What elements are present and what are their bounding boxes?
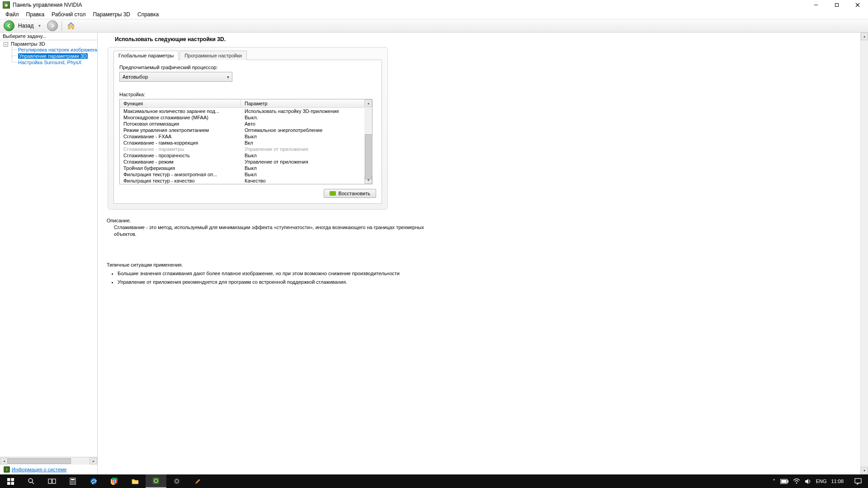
settings-cell-function: Сглаживание - параметры [120, 146, 241, 152]
settings-row[interactable]: Сглаживание - режимУправление от приложе… [120, 159, 372, 165]
tray-language[interactable]: ENG [816, 479, 827, 484]
battery-icon[interactable] [780, 479, 788, 484]
settings-row[interactable]: Режим управления электропитаниемОптималь… [120, 127, 372, 133]
tree-toggle[interactable]: − [4, 42, 8, 47]
menu-file[interactable]: Файл [2, 10, 23, 19]
sidebar-task-label: Выберите задачу... [0, 33, 97, 40]
settings-row[interactable]: Сглаживание - параметрыУправление от при… [120, 146, 372, 152]
sidebar: Выберите задачу... − Параметры 3D Регули… [0, 33, 98, 474]
menu-params3d[interactable]: Параметры 3D [89, 10, 134, 19]
volume-icon[interactable] [805, 479, 811, 484]
close-button[interactable] [847, 0, 868, 10]
taskbar-app-obs[interactable] [166, 474, 187, 488]
settings-table-header: Функция Параметр [120, 99, 372, 108]
settings-row[interactable]: Тройная буферизацияВыкл [120, 165, 372, 171]
taskbar-app-calc[interactable] [62, 474, 83, 488]
home-button[interactable] [66, 20, 76, 31]
toolbar: Назад ▼ [0, 19, 868, 33]
back-label: Назад [18, 23, 33, 29]
settings-row[interactable]: Многокадровое сглаживание (MFAA)Выкл. [120, 114, 372, 121]
settings-cell-parameter: Выкл [241, 153, 372, 158]
svg-rect-6 [7, 482, 10, 485]
settings-row[interactable]: Сглаживание - FXAAВыкл [120, 133, 372, 140]
table-vscrollbar[interactable]: ▴ ▾ [364, 99, 372, 184]
settings-cell-function: Режим управления электропитанием [120, 127, 241, 133]
settings-panel: Глобальные параметры Программные настрой… [108, 47, 388, 210]
table-scroll-thumb[interactable] [365, 134, 372, 179]
taskbar-app-explorer[interactable] [125, 474, 146, 488]
settings-cell-function: Сглаживание - прозрачность [120, 153, 241, 158]
tree-item-surround-physx[interactable]: Настройка Surround, PhysX [12, 59, 97, 66]
content-scroll-down[interactable]: ▾ [861, 467, 868, 474]
menu-desktop[interactable]: Рабочий стол [48, 10, 89, 19]
svg-rect-13 [71, 479, 75, 480]
tree-item-manage-3d[interactable]: Управление параметрами 3D [12, 53, 97, 59]
taskbar-app-edge[interactable] [83, 474, 104, 488]
content-vscrollbar[interactable]: ▴ ▾ [860, 33, 868, 474]
gpu-combobox[interactable]: Автовыбор [119, 72, 232, 82]
tab-program[interactable]: Программные настройки [179, 51, 247, 60]
settings-table: Функция Параметр Максимальное количество… [119, 99, 373, 184]
settings-row[interactable]: Фильтрация текстур - анизотропная оп...В… [120, 171, 372, 178]
svg-line-9 [32, 482, 34, 484]
brush-icon [194, 478, 201, 485]
menu-edit[interactable]: Правка [23, 10, 48, 19]
settings-cell-function: Фильтрация текстур - анизотропная оп... [120, 172, 241, 177]
back-history-dropdown[interactable]: ▼ [36, 24, 42, 28]
search-button[interactable] [21, 474, 42, 488]
sidebar-hscrollbar[interactable]: ◂ ▸ [0, 457, 97, 465]
forward-button[interactable] [47, 20, 58, 31]
tree-root-label[interactable]: Параметры 3D [11, 41, 45, 47]
col-function[interactable]: Функция [120, 99, 241, 108]
settings-cell-parameter: Качество [241, 178, 372, 183]
taskview-button[interactable] [42, 474, 62, 488]
settings-cell-function: Сглаживание - режим [120, 159, 241, 164]
settings-row[interactable]: Сглаживание - прозрачностьВыкл [120, 152, 372, 159]
settings-rows: Максимальное количество заранее под...Ис… [120, 108, 372, 184]
restore-button[interactable]: Восстановить [324, 189, 376, 198]
table-scroll-track[interactable] [364, 107, 372, 176]
menubar: Файл Правка Рабочий стол Параметры 3D Сп… [0, 10, 868, 19]
notifications-button[interactable] [851, 474, 865, 488]
app-icon: ◉ [3, 1, 10, 9]
hscroll-track[interactable] [8, 458, 90, 465]
info-icon: i [4, 466, 10, 473]
col-parameter[interactable]: Параметр [241, 99, 372, 108]
tray-expand-icon[interactable]: ˄ [773, 478, 776, 485]
settings-cell-parameter: Управление от приложения [241, 146, 372, 152]
taskbar-app-chrome[interactable] [104, 474, 125, 488]
settings-label: Настройка: [119, 92, 376, 97]
system-info-link[interactable]: Информация о системе [12, 467, 66, 472]
calculator-icon [69, 478, 76, 485]
wifi-icon[interactable] [793, 479, 800, 484]
content-scroll-track[interactable] [861, 40, 868, 467]
settings-row[interactable]: Фильтрация текстур - качествоКачество [120, 178, 372, 184]
content-scroll-up[interactable]: ▴ [861, 33, 868, 40]
taskbar-app-paint[interactable] [187, 474, 208, 488]
hscroll-right[interactable]: ▸ [90, 458, 97, 465]
settings-row[interactable]: Потоковая оптимизацияАвто [120, 121, 372, 127]
table-scroll-up[interactable]: ▴ [364, 99, 372, 107]
svg-rect-1 [835, 4, 839, 7]
maximize-button[interactable] [826, 0, 847, 10]
hscroll-left[interactable]: ◂ [0, 458, 8, 465]
section-heading: Использовать следующие настройки 3D. [115, 36, 863, 42]
arrow-left-icon [6, 23, 12, 28]
svg-rect-4 [7, 478, 10, 481]
svg-rect-11 [52, 479, 56, 483]
tray-clock[interactable]: 11:08 [831, 479, 844, 484]
tree-item-image-adjust[interactable]: Регулировка настроек изображения с п [12, 47, 97, 53]
description-header: Описание. [107, 218, 432, 223]
settings-row[interactable]: Максимальное количество заранее под...Ис… [120, 108, 372, 114]
settings-row[interactable]: Сглаживание - гамма-коррекцияВкл [120, 140, 372, 146]
start-button[interactable] [0, 474, 21, 488]
minimize-button[interactable] [806, 0, 826, 10]
tab-global[interactable]: Глобальные параметры [113, 51, 179, 60]
taskbar-app-nvidia[interactable] [146, 474, 166, 488]
svg-point-19 [74, 483, 75, 483]
hscroll-thumb[interactable] [8, 458, 71, 464]
svg-rect-31 [781, 480, 787, 483]
back-button[interactable] [4, 20, 14, 31]
menu-help[interactable]: Справка [134, 10, 162, 19]
settings-cell-function: Сглаживание - гамма-коррекция [120, 140, 241, 145]
